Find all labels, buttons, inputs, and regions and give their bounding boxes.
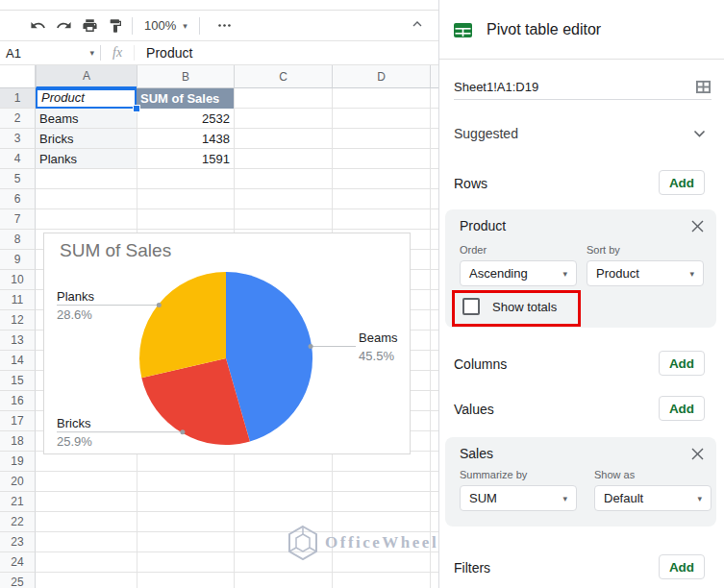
pie-label-percent: 45.5% <box>359 349 394 363</box>
paint-format-icon[interactable] <box>107 17 124 35</box>
row-header-11[interactable]: 11 <box>0 290 36 310</box>
row-header-23[interactable]: 23 <box>0 532 36 552</box>
row-header-1[interactable]: 1 <box>0 88 36 109</box>
product-card-title: Product <box>460 218 506 233</box>
sort-by-select-value: Product <box>596 266 639 281</box>
close-icon[interactable] <box>689 446 705 461</box>
columns-section-label: Columns <box>454 356 507 372</box>
panel-header-divider <box>439 59 724 60</box>
pivot-table-editor-panel: Pivot table editor Sheet1!A1:D19 Suggest… <box>439 0 724 588</box>
zoom-control[interactable]: 100% ▾ <box>140 18 191 33</box>
summarize-by-select[interactable]: SUM ▾ <box>460 485 577 511</box>
pie-label-name: Planks <box>57 289 95 304</box>
panel-title: Pivot table editor <box>487 21 601 38</box>
product-field-card: Product Order Sort by Ascending ▾ Produc… <box>445 209 716 328</box>
column-header-c[interactable]: C <box>234 65 332 88</box>
row-header-5[interactable]: 5 <box>0 169 36 189</box>
row-header-15[interactable]: 15 <box>0 371 36 391</box>
pie-label-dot <box>180 429 185 434</box>
column-header-a[interactable]: A <box>36 65 137 88</box>
name-box[interactable]: A1 ▾ <box>0 46 100 61</box>
row-header-9[interactable]: 9 <box>0 250 36 270</box>
row-header-3[interactable]: 3 <box>0 129 36 149</box>
chevron-down-icon <box>693 130 706 138</box>
data-range-underline <box>454 99 712 100</box>
panel-header: Pivot table editor <box>453 21 601 38</box>
cell-b2[interactable]: 2532 <box>137 109 234 129</box>
columns-add-button[interactable]: Add <box>659 351 705 376</box>
close-icon[interactable] <box>689 218 705 233</box>
order-select[interactable]: Ascending ▾ <box>460 260 577 286</box>
row-header-13[interactable]: 13 <box>0 331 36 351</box>
filters-add-button[interactable]: Add <box>659 554 705 579</box>
show-as-select[interactable]: Default ▾ <box>594 485 712 511</box>
select-data-range-icon[interactable] <box>695 80 712 94</box>
grid-corner[interactable] <box>0 65 36 88</box>
row-header-2[interactable]: 2 <box>0 109 36 129</box>
column-header-e-partial[interactable] <box>430 65 438 88</box>
data-range-row: Sheet1!A1:D19 <box>454 76 712 97</box>
row-header-22[interactable]: 22 <box>0 512 36 532</box>
row-header-10[interactable]: 10 <box>0 270 36 290</box>
officewheel-watermark: OfficeWheel <box>285 524 438 562</box>
chevron-down-icon: ▾ <box>689 269 694 279</box>
pivot-table-icon <box>453 22 473 38</box>
sort-by-select[interactable]: Product ▾ <box>587 260 704 286</box>
sales-field-card: Sales Summarize by Show as SUM ▾ Default… <box>445 437 716 527</box>
fx-icon: fx <box>112 45 122 61</box>
pie-chart: Beams45.5%Bricks25.9%Planks28.6% <box>44 233 410 453</box>
cell-a1[interactable]: Product <box>36 88 137 109</box>
pie-label-dot <box>157 303 162 307</box>
row-header-4[interactable]: 4 <box>0 149 36 169</box>
values-section-label: Values <box>454 402 494 417</box>
row-header-24[interactable]: 24 <box>0 552 36 573</box>
pie-label-percent: 25.9% <box>57 434 92 449</box>
row-header-19[interactable]: 19 <box>0 452 36 472</box>
summarize-by-value: SUM <box>469 491 497 505</box>
show-as-label: Show as <box>594 469 635 480</box>
cell-b3[interactable]: 1438 <box>137 129 234 149</box>
values-add-button[interactable]: Add <box>659 396 705 421</box>
cell-a2[interactable]: Beams <box>36 109 137 129</box>
row-header-12[interactable]: 12 <box>0 310 36 331</box>
spreadsheet-area: 100% ▾ A1 ▾ fx Product ABCD 123456789101… <box>0 0 438 588</box>
row-header-18[interactable]: 18 <box>0 431 36 452</box>
officewheel-logo-icon <box>285 524 321 562</box>
cell-a3[interactable]: Bricks <box>36 129 137 149</box>
formula-input[interactable]: Product <box>146 45 192 61</box>
order-select-value: Ascending <box>469 266 528 281</box>
row-header-6[interactable]: 6 <box>0 189 36 209</box>
data-range-value[interactable]: Sheet1!A1:D19 <box>454 80 538 94</box>
chevron-down-icon: ▾ <box>562 494 567 503</box>
rows-add-button[interactable]: Add <box>659 170 705 195</box>
suggested-label: Suggested <box>454 126 518 141</box>
cell-b1[interactable]: SUM of Sales <box>137 88 234 109</box>
fill-handle[interactable] <box>133 105 140 112</box>
row-header-7[interactable]: 7 <box>0 209 36 230</box>
pie-label-name: Bricks <box>57 416 91 430</box>
row-header-16[interactable]: 16 <box>0 391 36 411</box>
more-icon[interactable] <box>216 17 234 35</box>
cell-a4[interactable]: Planks <box>36 149 137 169</box>
undo-icon[interactable] <box>29 17 46 35</box>
toolbar: 100% ▾ <box>0 11 438 40</box>
collapse-toolbar-icon[interactable] <box>408 14 427 34</box>
pie-label-dot <box>309 344 313 349</box>
row-header-17[interactable]: 17 <box>0 411 36 431</box>
print-icon[interactable] <box>81 17 98 35</box>
sort-by-label: Sort by <box>587 244 620 256</box>
formula-bar-separator <box>134 45 135 61</box>
row-header-8[interactable]: 8 <box>0 230 36 250</box>
cell-b4[interactable]: 1591 <box>137 149 234 169</box>
row-header-20[interactable]: 20 <box>0 472 36 492</box>
column-header-d[interactable]: D <box>332 65 430 88</box>
suggested-section[interactable]: Suggested <box>454 126 706 141</box>
annotation-red-box <box>452 290 581 327</box>
chart-container[interactable]: SUM of Sales Beams45.5%Bricks25.9%Planks… <box>43 233 411 454</box>
column-header-b[interactable]: B <box>137 65 234 88</box>
pie-label-percent: 28.6% <box>57 307 92 322</box>
row-header-25[interactable]: 25 <box>0 573 36 588</box>
row-header-14[interactable]: 14 <box>0 351 36 371</box>
row-header-21[interactable]: 21 <box>0 492 36 512</box>
redo-icon[interactable] <box>55 17 72 35</box>
